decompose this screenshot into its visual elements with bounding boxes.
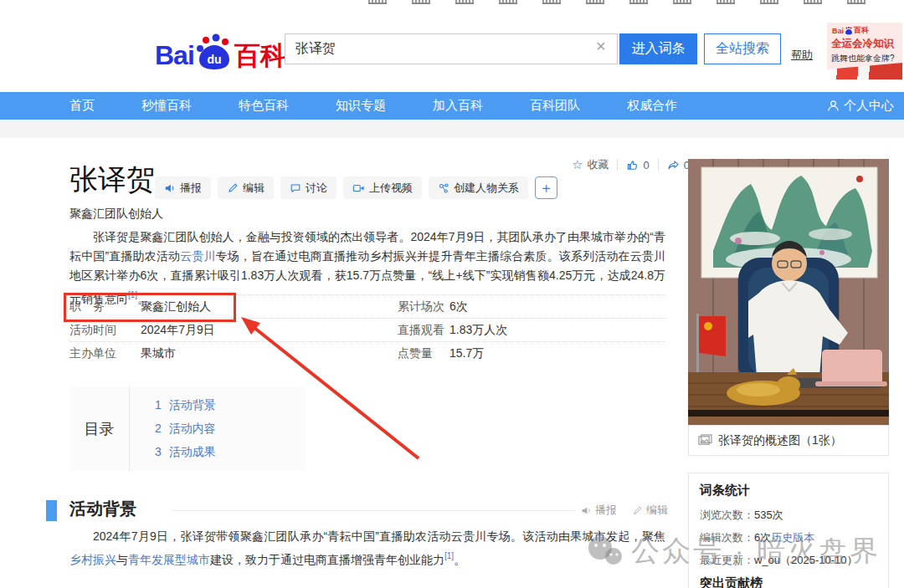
add-action-button[interactable]: ＋ bbox=[535, 176, 557, 199]
entry-action-chips: 播报 编辑 讨论 上传视频 创建人物关系 ＋ bbox=[155, 176, 557, 199]
top-link-stub[interactable] bbox=[499, 0, 517, 4]
baidu-baike-page: Bai du 百科 × 进入词条 全站搜索 帮助 Bai 百科 全运会冷知识 跳… bbox=[0, 0, 904, 588]
like-button[interactable]: 0 bbox=[626, 159, 649, 171]
promo-decoration bbox=[827, 63, 902, 79]
top-link-stub[interactable] bbox=[717, 0, 735, 4]
top-link-stub[interactable] bbox=[368, 0, 387, 4]
top-link-stub[interactable] bbox=[412, 0, 430, 4]
user-center-link[interactable]: 个人中心 bbox=[827, 92, 894, 120]
person-icon bbox=[827, 100, 840, 112]
share-button[interactable]: 0 bbox=[667, 159, 690, 171]
top-link-stub[interactable] bbox=[455, 0, 474, 4]
nav-item-home[interactable]: 首页 bbox=[69, 98, 95, 114]
toc-item-background[interactable]: 1活动背景 bbox=[155, 398, 306, 413]
toc-item-results[interactable]: 3活动成果 bbox=[155, 445, 306, 460]
people-relation-icon bbox=[438, 182, 449, 194]
broadcast-button[interactable]: 播报 bbox=[155, 176, 211, 199]
reference-link[interactable]: [1] bbox=[444, 551, 454, 560]
speaker-icon bbox=[164, 182, 176, 194]
infobox-label: 累计场次 bbox=[398, 299, 449, 314]
star-icon: ☆ bbox=[572, 157, 583, 172]
section-title: 活动背景 bbox=[69, 498, 136, 520]
enter-entry-button[interactable]: 进入词条 bbox=[619, 33, 697, 64]
nav-item-miaodong[interactable]: 秒懂百科 bbox=[141, 98, 192, 114]
stat-label: 编辑次数： bbox=[700, 530, 754, 545]
stat-value: 535次 bbox=[754, 508, 783, 523]
infobox-label: 直播观看 bbox=[398, 323, 449, 338]
entry-statistics-panel: 词条统计 浏览次数： 535次 编辑次数： 6次 历史版本 最近更新： w_ou… bbox=[688, 473, 889, 588]
page-background-band bbox=[0, 120, 904, 138]
promo-banner[interactable]: Bai 百科 全运会冷知识 跳舞也能拿金牌? bbox=[827, 23, 902, 79]
divider bbox=[658, 159, 659, 171]
table-row: 主办单位 果城市 点赞量 15.7万 bbox=[69, 342, 665, 365]
nav-item-team[interactable]: 百科团队 bbox=[530, 98, 580, 114]
pencil-icon bbox=[632, 505, 643, 516]
site-search-button[interactable]: 全站搜索 bbox=[704, 33, 781, 64]
top-link-stub[interactable] bbox=[629, 0, 648, 4]
favorite-button[interactable]: ☆ 收藏 bbox=[572, 157, 609, 172]
table-of-contents: 目录 1活动背景 2活动内容 3活动成果 bbox=[69, 386, 306, 471]
infobox-cell-viewers: 直播观看 1.83万人次 bbox=[367, 319, 665, 341]
thumb-up-icon bbox=[626, 159, 639, 171]
stat-updated: 最近更新： w_ou（2025-10-10） bbox=[700, 553, 888, 568]
toc-label-text: 活动成果 bbox=[169, 445, 216, 460]
svg-text:du: du bbox=[207, 53, 221, 66]
discuss-label: 讨论 bbox=[306, 181, 327, 196]
stat-label: 最近更新： bbox=[700, 553, 754, 568]
link-qingnianchengshi[interactable]: 青年发展型城市 bbox=[128, 553, 210, 566]
top-link-stub[interactable] bbox=[673, 0, 691, 4]
edit-button[interactable]: 编辑 bbox=[218, 176, 274, 199]
logo-baike-text: 百科 bbox=[234, 43, 286, 69]
toc-title: 目录 bbox=[69, 386, 130, 471]
profile-photo[interactable] bbox=[688, 159, 889, 425]
link-yunguichuan[interactable]: 云贵川 bbox=[180, 249, 215, 263]
upload-video-label: 上传视频 bbox=[369, 181, 413, 196]
user-center-label: 个人中心 bbox=[844, 98, 894, 114]
history-versions-link[interactable]: 历史版本 bbox=[771, 530, 814, 545]
toc-item-content[interactable]: 2活动内容 bbox=[155, 422, 306, 437]
nav-item-coop[interactable]: 权威合作 bbox=[627, 98, 677, 114]
link-xiangcunzhenxing[interactable]: 乡村振兴 bbox=[69, 553, 116, 566]
section-broadcast-button[interactable]: 播报 bbox=[581, 503, 617, 518]
table-row: 活动时间 2024年7月9日 直播观看 1.83万人次 bbox=[69, 319, 665, 342]
stats-title: 词条统计 bbox=[700, 483, 888, 499]
promo-title: 全运会冷知识 bbox=[827, 37, 902, 51]
infobox-value: 1.83万人次 bbox=[449, 323, 507, 338]
infobox-label: 主办单位 bbox=[69, 346, 141, 361]
favorite-label: 收藏 bbox=[587, 157, 609, 172]
section-edit-button[interactable]: 编辑 bbox=[632, 503, 668, 518]
paragraph-text: 与 bbox=[116, 553, 128, 566]
search-input[interactable] bbox=[285, 33, 618, 64]
upload-video-button[interactable]: 上传视频 bbox=[343, 176, 422, 199]
discuss-button[interactable]: 讨论 bbox=[280, 176, 336, 199]
nav-item-join[interactable]: 加入百科 bbox=[433, 98, 483, 114]
top-link-stub[interactable] bbox=[847, 0, 865, 4]
infobox-value: 2024年7月9日 bbox=[141, 323, 215, 338]
stat-views: 浏览次数： 535次 bbox=[700, 508, 888, 523]
section-paragraph: 2024年7月9日，张译贺带领聚鑫汇团队承办“青耘中国”直播助农活动云贵川专场。… bbox=[69, 527, 665, 570]
nav-item-zhuanti[interactable]: 知识专题 bbox=[336, 98, 386, 114]
stat-edits: 编辑次数： 6次 历史版本 bbox=[700, 530, 888, 545]
top-link-stub[interactable] bbox=[760, 0, 778, 4]
top-links-strip bbox=[368, 0, 865, 5]
top-link-stub[interactable] bbox=[586, 0, 604, 4]
baike-logo[interactable]: Bai du 百科 bbox=[155, 33, 286, 69]
help-link[interactable]: 帮助 bbox=[791, 48, 813, 63]
stat-label: 浏览次数： bbox=[700, 508, 754, 523]
photo-gallery-caption[interactable]: 张译贺的概述图（1张） bbox=[688, 425, 889, 456]
paragraph-text: 建设，致力于通过电商直播增强青年创业能力 bbox=[210, 553, 444, 566]
create-relation-button[interactable]: 创建人物关系 bbox=[429, 176, 528, 199]
top-link-stub[interactable] bbox=[804, 0, 822, 4]
infobox-value: 6次 bbox=[449, 299, 468, 314]
video-icon bbox=[352, 182, 365, 194]
entry-title: 张译贺 bbox=[69, 161, 155, 199]
caption-text: 张译贺的概述图（1张） bbox=[718, 433, 842, 448]
contributors-title: 突出贡献榜 bbox=[700, 575, 888, 588]
nav-item-tese[interactable]: 特色百科 bbox=[239, 98, 289, 114]
toc-num: 2 bbox=[155, 422, 162, 437]
stat-value: w_ou（2025-10-10） bbox=[754, 553, 858, 568]
section-tools: 播报 编辑 bbox=[581, 503, 668, 518]
clear-search-icon[interactable]: × bbox=[596, 38, 606, 54]
promo-subtitle: 跳舞也能拿金牌? bbox=[827, 53, 902, 64]
top-link-stub[interactable] bbox=[542, 0, 561, 4]
